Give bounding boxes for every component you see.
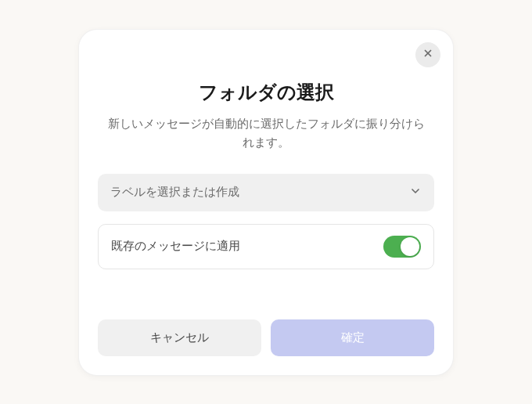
toggle-label: 既存のメッセージに適用 [111, 239, 240, 254]
button-row: キャンセル 確定 [98, 319, 434, 356]
modal-title: フォルダの選択 [98, 80, 434, 105]
apply-existing-row: 既存のメッセージに適用 [98, 224, 434, 269]
folder-select-modal: フォルダの選択 新しいメッセージが自動的に選択したフォルダに振り分けられます。 … [78, 29, 454, 376]
modal-header: フォルダの選択 新しいメッセージが自動的に選択したフォルダに振り分けられます。 [98, 80, 434, 152]
label-select[interactable]: ラベルを選択または作成 [98, 174, 434, 211]
cancel-button[interactable]: キャンセル [98, 319, 261, 356]
modal-subtitle: 新しいメッセージが自動的に選択したフォルダに振り分けられます。 [98, 114, 434, 152]
apply-existing-toggle[interactable] [383, 236, 421, 258]
close-button[interactable] [415, 42, 440, 67]
confirm-button[interactable]: 確定 [271, 319, 434, 356]
select-placeholder: ラベルを選択または作成 [110, 185, 239, 200]
chevron-down-icon [409, 185, 422, 200]
close-icon [422, 48, 433, 61]
toggle-knob [401, 237, 419, 256]
